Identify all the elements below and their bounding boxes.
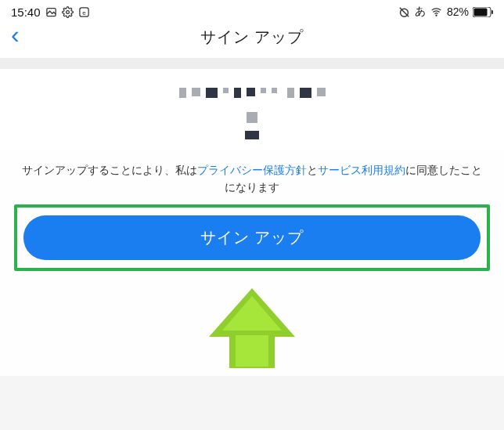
highlight-annotation: サイン アップ	[14, 204, 490, 271]
wifi-icon	[430, 6, 443, 17]
arrow-up-icon	[209, 288, 295, 337]
settings-icon	[62, 6, 74, 18]
battery-percent: 82%	[447, 5, 469, 18]
privacy-link[interactable]: プライバシー保護方針	[197, 164, 307, 176]
image-icon	[45, 6, 57, 18]
nav-bar: ‹ サイン アップ	[0, 20, 504, 58]
consent-text: サインアップすることにより、私はプライバシー保護方針とサービス利用規約に同意した…	[14, 161, 490, 204]
alarm-off-icon	[398, 5, 411, 19]
battery-icon	[473, 7, 493, 17]
signup-button[interactable]: サイン アップ	[23, 215, 481, 260]
section-divider	[0, 58, 504, 69]
language-indicator: あ	[415, 5, 426, 19]
svg-rect-9	[491, 10, 493, 14]
footer-section: サインアップすることにより、私はプライバシー保護方針とサービス利用規約に同意した…	[0, 150, 504, 376]
status-time: 15:40	[11, 5, 41, 19]
page-title: サイン アップ	[200, 27, 304, 48]
svg-text:e: e	[82, 9, 86, 16]
status-bar: 15:40 e あ 82%	[0, 0, 504, 20]
back-button[interactable]: ‹	[11, 22, 20, 47]
svg-point-1	[66, 10, 69, 13]
terms-link[interactable]: サービス利用規約	[318, 164, 405, 176]
redacted-content	[0, 69, 504, 150]
app-icon: e	[78, 6, 90, 18]
svg-rect-8	[474, 8, 488, 16]
arrow-annotation	[14, 288, 490, 368]
svg-point-6	[436, 15, 437, 16]
